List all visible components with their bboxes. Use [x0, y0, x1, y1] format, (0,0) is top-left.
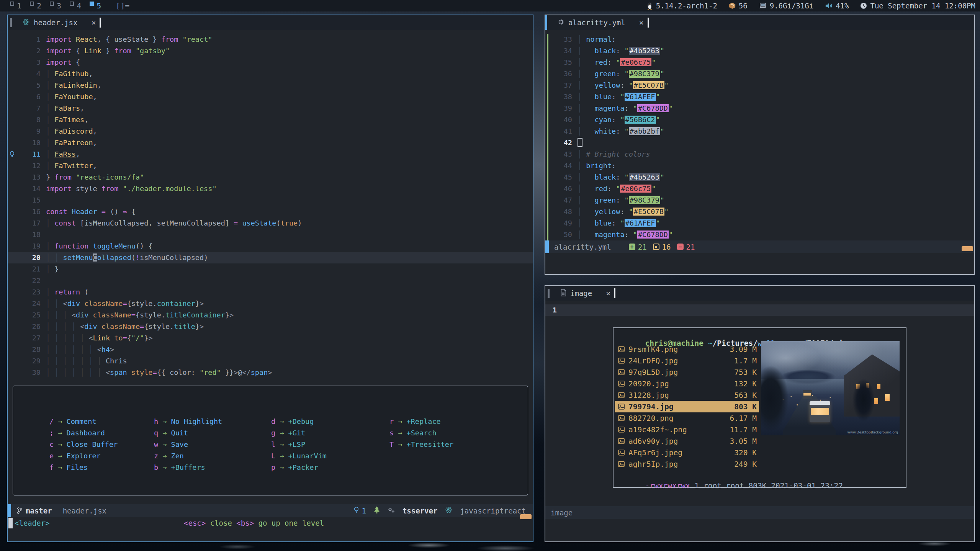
file-row-9rsmTK4.png[interactable]: 9rsmTK4.png3.09 M [615, 343, 759, 355]
scrollbar-handle[interactable] [962, 246, 973, 251]
workspace-3[interactable]: 3 [50, 0, 61, 11]
workspace-2[interactable]: 2 [30, 0, 41, 11]
file-row-799794.jpg[interactable]: 799794.jpg803 K [615, 401, 759, 412]
file-permissions: -rwxrwxrwx [645, 481, 690, 490]
code-line-34: 34│ black: "#4b5263" [545, 45, 974, 57]
whichkey-item--lsp[interactable]: l → +LSP [271, 439, 327, 450]
code-line-17: 17│ const [isMenuCollapsed, setMenuColla… [8, 217, 533, 229]
file-row-97q9L5D.jpg[interactable]: 97q9L5D.jpg753 K [615, 366, 759, 378]
line-number: 50 [548, 229, 572, 240]
code-line-2: 2import { Link } from "gatsby" [8, 45, 533, 57]
file-size: 11.7 M [730, 425, 757, 434]
whichkey-item-explorer[interactable]: e → Explorer [49, 450, 118, 462]
workspace-label: 3 [57, 0, 61, 11]
code-line-49: 49│ blue: "#61AFEF" [545, 217, 974, 229]
tab-image[interactable]: image × [560, 289, 610, 298]
whichkey-item--search[interactable]: s → +Search [389, 427, 453, 439]
line-number: 16 [18, 206, 41, 217]
code-text: │ # Bright colors [578, 149, 974, 160]
whichkey-item-files[interactable]: f → Files [49, 462, 118, 473]
image-file-icon [618, 346, 625, 352]
sign-column [8, 344, 18, 355]
file-row-20920.jpg[interactable]: 20920.jpg132 K [615, 378, 759, 389]
code-text: const Header = () ⇒ { [46, 206, 533, 217]
sign-column [8, 275, 18, 286]
whichkey-item--buffers[interactable]: b → +Buffers [154, 462, 222, 473]
layout-symbol[interactable]: []= [116, 1, 129, 10]
line-number: 20 [18, 252, 41, 263]
workspace-label: 2 [37, 0, 41, 11]
top-bar: 12345 []= 5.14.2-arch1-2569.6Gi/31Gi41%T… [0, 0, 980, 11]
file-name: ad6v90y.jpg [628, 437, 678, 446]
statusline-filename: alacritty.yml [554, 243, 611, 251]
lf-file-manager-popup: chris@machine ~/Pictures/wallpapers/7997… [613, 327, 906, 488]
code-text: import { [46, 57, 533, 68]
code-editor[interactable]: 1 [545, 304, 974, 316]
bs-action: go up one level [254, 519, 324, 527]
whichkey-item-close-buffer[interactable]: c → Close Buffer [49, 439, 118, 450]
line-number: 1 [545, 304, 557, 316]
file-row-31228.jpg[interactable]: 31228.jpg563 K [615, 389, 759, 401]
buffer-indicator [10, 18, 12, 27]
file-row-a19c482f~.png[interactable]: a19c482f~.png11.7 M [615, 424, 759, 435]
file-row-24LrDFQ.jpg[interactable]: 24LrDFQ.jpg1.7 M [615, 355, 759, 366]
whichkey-item--debug[interactable]: d → +Debug [271, 416, 327, 427]
whichkey-item-zen[interactable]: z → Zen [154, 450, 222, 462]
statusline-right: 1 tsserver javascriptreact [353, 506, 526, 515]
git-changed: 16 [653, 243, 671, 251]
close-icon[interactable]: × [91, 18, 96, 27]
code-text: │ │ │ │ │ │ │ <span style={{ color: "red… [46, 367, 533, 378]
git-remove-icon: − [677, 244, 684, 250]
line-number: 18 [18, 229, 41, 240]
file-name: 9rsmTK4.png [628, 345, 678, 354]
workspace-5[interactable]: 5 [90, 0, 101, 11]
workspace-4[interactable]: 4 [70, 0, 81, 11]
arrow-icon: → [54, 463, 66, 471]
file-row-882720.png[interactable]: 882720.png6.17 M [615, 412, 759, 424]
file-row-aghr5Ip.jpg[interactable]: aghr5Ip.jpg249 K [615, 458, 759, 470]
whichkey-item-dashboard[interactable]: ; → Dashboard [49, 427, 118, 439]
whichkey-item-quit[interactable]: q → Quit [154, 427, 222, 439]
close-icon[interactable]: × [639, 18, 644, 27]
code-line-11: 11│ FaRss, [8, 149, 533, 160]
file-name: 31228.jpg [628, 391, 669, 400]
mapping-key: T [389, 440, 394, 448]
tab-alacritty-yml[interactable]: alacritty.yml × [558, 18, 644, 27]
file-size: 563 K [734, 391, 757, 400]
mapping-label: +Replace [407, 417, 441, 425]
code-editor[interactable]: 33│ normal:34│ black: "#4b5263"35│ red: … [545, 34, 974, 240]
sign-column [8, 114, 18, 126]
mapping-label: Quit [171, 429, 188, 437]
sign-column [8, 263, 18, 275]
code-text: │ FaTimes, [46, 114, 533, 126]
sign-column [8, 309, 18, 321]
whichkey-item-save[interactable]: w → Save [154, 439, 222, 450]
mapping-label: +Git [288, 429, 306, 437]
file-row-AFq5r6j.jpeg[interactable]: AFq5r6j.jpeg320 K [615, 447, 759, 458]
whichkey-item-no-highlight[interactable]: h → No Highlight [154, 416, 222, 427]
line-number: 13 [18, 172, 41, 183]
line-number: 8 [18, 114, 41, 126]
whichkey-item--lunarvim[interactable]: L → +LunarVim [271, 450, 327, 462]
whichkey-item--packer[interactable]: p → +Packer [271, 462, 327, 473]
whichkey-item--replace[interactable]: r → +Replace [389, 416, 453, 427]
whichkey-item-comment[interactable]: / → Comment [49, 416, 118, 427]
sign-column [8, 172, 18, 183]
tabline-cursor [614, 288, 615, 298]
tab-header-jsx[interactable]: header.jsx × [23, 18, 96, 27]
code-text: │ normal: [578, 34, 974, 45]
left-editor-window: header.jsx × 1import React, { useState }… [7, 15, 533, 542]
arrow-icon: → [275, 463, 288, 471]
workspace-1[interactable]: 1 [10, 0, 21, 11]
preview-tree-right [852, 379, 875, 421]
whichkey-item--git[interactable]: g → +Git [271, 427, 327, 439]
workspace-label: 5 [97, 0, 101, 11]
close-icon[interactable]: × [606, 289, 610, 298]
code-editor[interactable]: 1import React, { useState } from "react"… [8, 34, 533, 378]
file-name: 97q9L5D.jpg [628, 368, 678, 377]
file-size: 3.09 M [730, 345, 757, 354]
file-row-ad6v90y.jpg[interactable]: ad6v90y.jpg3.05 M [615, 435, 759, 447]
sign-column [8, 45, 18, 57]
git-branch-name[interactable]: master [26, 507, 52, 515]
whichkey-item--treesitter[interactable]: T → +Treesitter [389, 439, 453, 450]
